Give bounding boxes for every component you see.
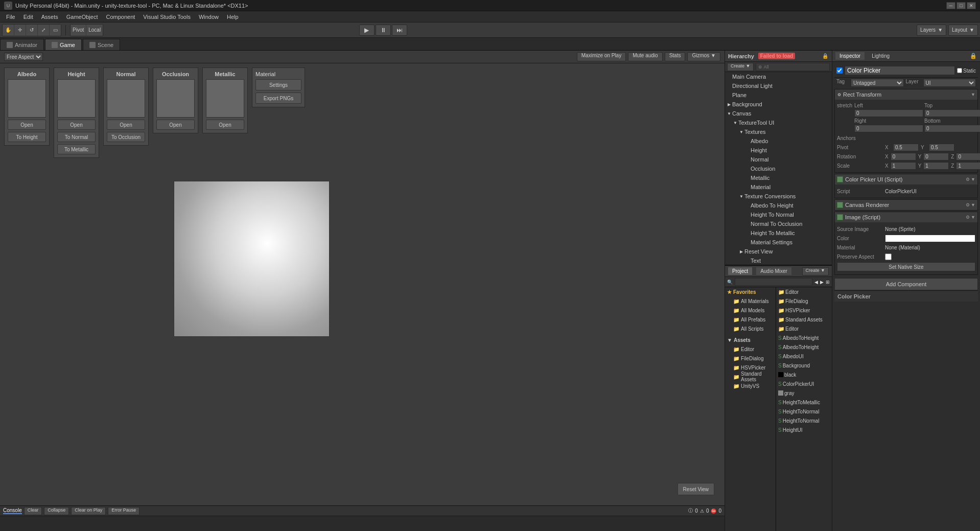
project-nav-back[interactable]: ◀ [814, 280, 818, 285]
tree-item-11[interactable]: Metallic [725, 173, 832, 182]
editor-folder[interactable]: 📁 Editor [725, 344, 776, 354]
console-tab[interactable]: Console [3, 507, 22, 514]
tree-item-19[interactable]: ▶Reset View [725, 247, 832, 256]
add-component-btn[interactable]: Add Component [834, 278, 978, 290]
project-view-toggle[interactable]: ⊞ [826, 280, 830, 285]
menu-item-file[interactable]: File [2, 13, 19, 21]
menu-item-help[interactable]: Help [223, 13, 243, 21]
tree-item-12[interactable]: Material [725, 182, 832, 192]
tree-item-0[interactable]: Main Camera [725, 72, 832, 81]
tree-item-4[interactable]: ▼Canvas [725, 109, 832, 118]
asset-gray[interactable]: gray [776, 388, 832, 398]
color-picker-script-header[interactable]: Color Picker UI (Script) ⚙ ▼ [835, 174, 977, 184]
tree-item-2[interactable]: Plane [725, 90, 832, 100]
object-active-checkbox[interactable] [836, 67, 843, 74]
close-button[interactable]: ✕ [967, 2, 976, 9]
asset-standard[interactable]: 📁 Standard Assets [776, 315, 832, 324]
bottom-input[interactable] [924, 125, 980, 132]
preserve-aspect-checkbox[interactable] [885, 253, 892, 260]
all-models-item[interactable]: 📁 All Models [725, 306, 776, 315]
right-input[interactable] [854, 125, 923, 132]
tab-scene[interactable]: Scene [83, 39, 120, 50]
play-button[interactable]: ▶ [359, 25, 375, 36]
asset-hsvpicker[interactable]: 📁 HSVPicker [776, 306, 832, 315]
project-create-btn[interactable]: Create ▼ [802, 267, 829, 275]
normal-to-occlusion-btn[interactable]: To Occlusion [107, 132, 145, 142]
project-nav-forward[interactable]: ▶ [820, 280, 824, 285]
menu-item-assets[interactable]: Assets [37, 13, 62, 21]
menu-item-visual-studio-tools[interactable]: Visual Studio Tools [139, 13, 195, 21]
all-prefabs-item[interactable]: 📁 All Prefabs [725, 315, 776, 324]
albedo-to-height-btn[interactable]: To Height [8, 132, 46, 142]
hierarchy-create-btn[interactable]: Create ▼ [727, 63, 754, 71]
asset-albedotoheight[interactable]: S AlbedoToHeight [776, 333, 832, 342]
assets-header[interactable]: ▼ Assets [725, 335, 776, 344]
height-open-btn[interactable]: Open [57, 120, 96, 130]
static-checkbox[interactable] [957, 68, 962, 73]
asset-editor[interactable]: 📁 Editor [776, 287, 832, 296]
asset-black[interactable]: black [776, 370, 832, 379]
rect-tool[interactable]: ▭ [50, 25, 61, 36]
reset-view-button[interactable]: Reset View [678, 483, 714, 495]
favorites-header[interactable]: ★ Favorites [725, 287, 776, 296]
height-to-normal-btn[interactable]: To Normal [57, 132, 96, 142]
inspector-lock-icon[interactable]: 🔒 [970, 53, 977, 60]
audio-mixer-tab[interactable]: Audio Mixer [756, 267, 791, 275]
left-input[interactable] [854, 109, 923, 117]
error-pause-btn[interactable]: Error Pause [108, 507, 139, 515]
step-button[interactable]: ⏭ [392, 25, 407, 36]
menu-item-gameobject[interactable]: GameObject [62, 13, 102, 21]
rect-transform-header[interactable]: ⚙ Rect Transform ▼ [835, 89, 977, 100]
asset-heightui[interactable]: S HeightUI [776, 425, 832, 434]
asset-colorpickerui[interactable]: S ColorPickerUI [776, 379, 832, 388]
asset-unityvs[interactable]: 📁 Editor [776, 324, 832, 333]
gizmos-btn[interactable]: Gizmos ▼ [687, 52, 720, 61]
scale-tool[interactable]: ⤢ [38, 25, 49, 36]
tab-animator[interactable]: Animator [0, 39, 44, 50]
asset-background[interactable]: S Background [776, 361, 832, 370]
maximize-on-play-btn[interactable]: Maximize on Play [577, 52, 626, 61]
stats-btn[interactable]: Stats [665, 52, 686, 61]
pivot-x-input[interactable] [893, 144, 919, 151]
filedialog-folder[interactable]: 📁 FileDialog [725, 354, 776, 363]
tree-item-18[interactable]: Material Settings [725, 238, 832, 247]
pivot-y-input[interactable] [929, 144, 954, 151]
menu-item-component[interactable]: Component [102, 13, 139, 21]
tree-item-13[interactable]: ▼Texture Conversions [725, 192, 832, 201]
metallic-open-btn[interactable]: Open [206, 120, 244, 130]
lighting-tab[interactable]: Lighting [868, 52, 894, 60]
hierarchy-search[interactable] [756, 63, 830, 71]
export-pngs-btn[interactable]: Export PNGs [255, 93, 301, 104]
object-name-input[interactable] [845, 66, 955, 75]
normal-open-btn[interactable]: Open [107, 120, 145, 130]
asset-albedoui[interactable]: S AlbedoUI [776, 352, 832, 361]
inspector-tab[interactable]: Inspector [835, 52, 865, 60]
tree-item-9[interactable]: Normal [725, 155, 832, 164]
rot-x-input[interactable] [891, 153, 916, 160]
tree-item-8[interactable]: Height [725, 146, 832, 155]
color-picker-field[interactable] [885, 235, 975, 242]
tree-item-14[interactable]: Albedo To Height [725, 201, 832, 210]
asset-filedialog[interactable]: 📁 FileDialog [776, 296, 832, 306]
tree-item-20[interactable]: Text [725, 256, 832, 265]
height-to-metallic-btn[interactable]: To Metallic [57, 144, 96, 154]
canvas-renderer-header[interactable]: Canvas Renderer ⚙ ▼ [835, 200, 977, 210]
scale-z-input[interactable] [956, 162, 980, 170]
hierarchy-lock-icon[interactable]: 🔒 [822, 53, 829, 60]
project-search-input[interactable] [735, 278, 812, 286]
maximize-button[interactable]: □ [956, 2, 966, 9]
top-input[interactable] [924, 109, 980, 117]
rot-y-input[interactable] [923, 153, 949, 160]
tree-item-7[interactable]: Albedo [725, 136, 832, 146]
menu-item-edit[interactable]: Edit [19, 13, 37, 21]
pause-button[interactable]: ⏸ [376, 25, 391, 36]
hand-tool[interactable]: ✋ [3, 25, 14, 36]
settings-btn[interactable]: Settings [255, 79, 301, 90]
asset-albedotoheight2[interactable]: S AlbedoToHeight [776, 342, 832, 352]
minimize-button[interactable]: ─ [946, 2, 955, 9]
occlusion-open-btn[interactable]: Open [156, 120, 195, 130]
project-tab[interactable]: Project [728, 267, 752, 275]
tree-item-6[interactable]: ▼Textures [725, 127, 832, 136]
clear-btn[interactable]: Clear [24, 507, 42, 515]
layout-dropdown[interactable]: Layout ▼ [948, 25, 978, 36]
